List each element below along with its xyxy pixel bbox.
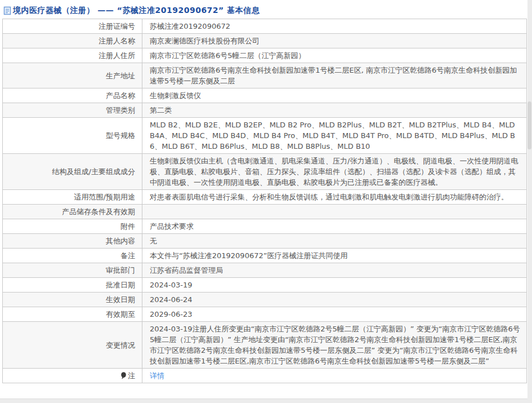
table-row: 有效期至2029-06-23 (3, 307, 527, 322)
row-label: 产品储存条件及有效期 (3, 205, 142, 219)
row-value (142, 205, 527, 219)
row-value: 本文件与“苏械注准20192090672”医疗器械注册证共同使用 (142, 249, 527, 263)
row-value: 生物刺激反馈仪由主机（含电刺激通道、肌电采集通道、压力/张力通道）、电极线、阴道… (142, 154, 527, 190)
row-label: 注册人名称 (3, 34, 142, 48)
row-value: 2024-03-19 (142, 278, 527, 293)
row-label: 批准日期 (3, 278, 142, 293)
row-label: 管理类别 (3, 103, 142, 118)
row-label: 注册证编号 (3, 19, 142, 34)
table-row: 适用范围/预期用途对患者表面肌电信号进行采集、分析和生物反馈训练，通过电刺激和肌… (3, 190, 527, 205)
row-label: 注册人住所 (3, 48, 142, 63)
document-icon (3, 6, 11, 15)
row-label: 结构及组成/主要组成成分 (3, 154, 142, 190)
table-row: 变更情况2024-03-19注册人住所变更由“南京市江宁区乾德路2号5幢二层（江… (3, 322, 527, 369)
row-label: 其他内容 (3, 234, 142, 249)
table-row: 附件产品技术要求 (3, 219, 527, 234)
row-value: 南京麦澜德医疗科技股份有限公司 (142, 34, 527, 48)
row-value: 2029-06-23 (142, 307, 527, 322)
scrollbar-thumb[interactable] (527, 101, 531, 149)
table-row: 备注本文件与“苏械注准20192090672”医疗器械注册证共同使用 (3, 249, 527, 263)
row-value: 对患者表面肌电信号进行采集、分析和生物反馈训练，通过电刺激和肌电触发电刺激进行肌… (142, 190, 527, 205)
row-value: 生物刺激反馈仪 (142, 88, 527, 103)
table-row: 型号规格MLD B2、MLD B2E、MLD B2EP、MLD B2 Pro、M… (3, 118, 527, 154)
table-row: 注册人名称南京麦澜德医疗科技股份有限公司 (3, 34, 527, 48)
table-row: 批准日期2024-03-19 (3, 278, 527, 293)
row-label: 生效日期 (3, 293, 142, 307)
table-row: 其他内容无 (3, 234, 527, 249)
row-label: 变更情况 (3, 322, 142, 369)
table-row: 生产地址南京市江宁区乾德路6号南京生命科技创新园加速带1号楼二层E区, 南京市江… (3, 63, 527, 88)
row-value: 江苏省药品监督管理局 (142, 263, 527, 278)
row-label: 附件 (3, 219, 142, 234)
table-row: 管理类别第二类 (3, 103, 527, 118)
page-title: 境内医疗器械（注册） —— “苏械注准20192090672” 基本信息 (13, 6, 260, 16)
table-row: 注册人住所南京市江宁区乾德路6号5幢二层（江宁高新园） (3, 48, 527, 63)
row-label: 生产地址 (3, 63, 142, 88)
row-value: 无 (142, 234, 527, 249)
content-panel: 境内医疗器械（注册） —— “苏械注准20192090672” 基本信息 注册证… (0, 0, 527, 399)
row-value: 2024-06-24 (142, 293, 527, 307)
page-header: 境内医疗器械（注册） —— “苏械注准20192090672” 基本信息 (0, 0, 527, 17)
details-link[interactable]: 详情 (150, 371, 164, 380)
table-row: 生效日期2024-06-24 (3, 293, 527, 307)
row-value: 南京市江宁区乾德路6号南京生命科技创新园加速带1号楼二层E区, 南京市江宁区乾德… (142, 63, 527, 88)
row-value: MLD B2、MLD B2E、MLD B2EP、MLD B2 Pro、MLD B… (142, 118, 527, 154)
row-value: 苏械注准20192090672 (142, 19, 527, 34)
table-row: 注册证编号苏械注准20192090672 (3, 19, 527, 34)
table-row: 产品名称生物刺激反馈仪 (3, 88, 527, 103)
row-value: 详情 (142, 369, 527, 383)
table-row: 结构及组成/主要组成成分生物刺激反馈仪由主机（含电刺激通道、肌电采集通道、压力/… (3, 154, 527, 190)
row-value: 2024-03-19注册人住所变更由“南京市江宁区乾德路2号5幢二层（江宁高新园… (142, 322, 527, 369)
row-label: 有效期至 (3, 307, 142, 322)
row-value: 第二类 (142, 103, 527, 118)
row-label: 产品名称 (3, 88, 142, 103)
table-row: 审批部门江苏省药品监督管理局 (3, 263, 527, 278)
table-row: 注详情 (3, 369, 527, 383)
row-value: 产品技术要求 (142, 219, 527, 234)
registration-info-table: 注册证编号苏械注准20192090672注册人名称南京麦澜德医疗科技股份有限公司… (2, 19, 527, 383)
row-label: 型号规格 (3, 118, 142, 154)
row-value: 南京市江宁区乾德路6号5幢二层（江宁高新园） (142, 48, 527, 63)
row-label: 适用范围/预期用途 (3, 190, 142, 205)
row-label: 备注 (3, 249, 142, 263)
row-label: 注 (3, 369, 142, 383)
note-icon (120, 372, 127, 379)
table-row: 产品储存条件及有效期 (3, 205, 527, 219)
row-label: 审批部门 (3, 263, 142, 278)
